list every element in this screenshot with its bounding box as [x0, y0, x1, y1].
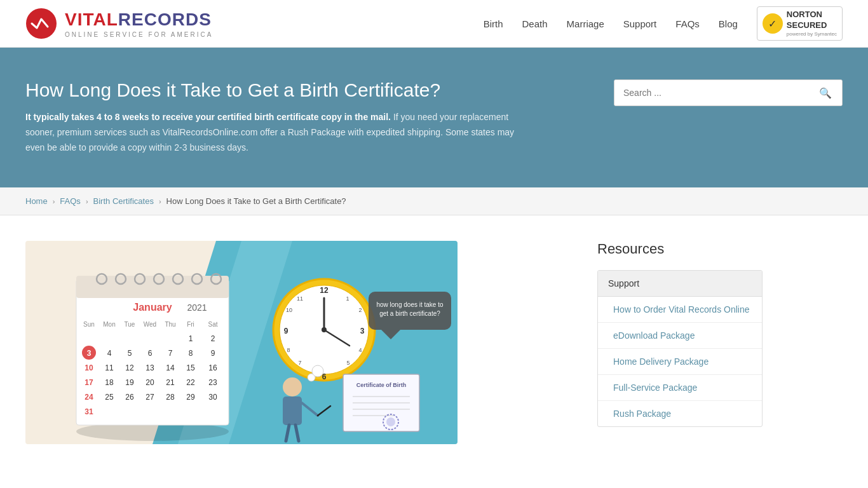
svg-text:9: 9: [211, 349, 215, 358]
logo-subtitle: ONLINE SERVICE FOR AMERICA: [65, 31, 213, 38]
breadcrumb-sep-2: ›: [86, 198, 88, 205]
resources-link-home-delivery[interactable]: Home Delivery Package: [598, 349, 762, 375]
svg-text:Mon: Mon: [103, 321, 115, 328]
svg-text:Tue: Tue: [125, 321, 135, 328]
resources-link-rush[interactable]: Rush Package: [598, 401, 762, 426]
svg-text:2: 2: [358, 307, 362, 313]
resources-link-edownload[interactable]: eDownload Package: [598, 323, 762, 349]
norton-check-icon: ✓: [763, 13, 783, 34]
svg-text:get a birth certificate?: get a birth certificate?: [379, 310, 440, 317]
svg-rect-6: [76, 276, 229, 298]
svg-text:1: 1: [189, 334, 193, 343]
svg-text:3: 3: [360, 327, 365, 336]
svg-text:4: 4: [107, 349, 112, 358]
svg-text:23: 23: [208, 378, 217, 387]
resources-title: Resources: [597, 241, 763, 257]
svg-text:7: 7: [168, 349, 173, 358]
svg-text:10: 10: [286, 307, 292, 313]
svg-text:26: 26: [125, 393, 134, 402]
hero-section: How Long Does it Take to Get a Birth Cer…: [0, 48, 868, 187]
site-header: VITALRECORDS ONLINE SERVICE FOR AMERICA …: [0, 0, 868, 48]
svg-point-91: [312, 365, 323, 377]
norton-symantec-label: powered by Symantec: [787, 31, 837, 37]
breadcrumb-home[interactable]: Home: [25, 196, 48, 206]
svg-text:1: 1: [346, 295, 349, 302]
svg-text:28: 28: [166, 393, 175, 402]
svg-rect-5: [76, 279, 229, 425]
nav-marriage[interactable]: Marriage: [567, 18, 604, 29]
main-content: January 2021 Sun Mon Tue Wed Thu Fri Sat…: [0, 215, 868, 471]
svg-text:how long does it take to: how long does it take to: [376, 301, 444, 308]
article-illustration: January 2021 Sun Mon Tue Wed Thu Fri Sat…: [25, 241, 458, 444]
svg-text:11: 11: [105, 363, 114, 372]
svg-text:Certificate of Birth: Certificate of Birth: [356, 382, 407, 388]
resources-section: Support How to Order Vital Records Onlin…: [597, 270, 763, 427]
resources-link-order[interactable]: How to Order Vital Records Online: [598, 297, 762, 323]
search-box: 🔍: [614, 79, 843, 106]
resources-link-full-service[interactable]: Full-Service Package: [598, 375, 762, 401]
svg-text:8: 8: [189, 349, 193, 358]
svg-text:2: 2: [211, 334, 215, 343]
svg-text:31: 31: [85, 407, 93, 416]
svg-rect-77: [283, 396, 302, 425]
svg-text:22: 22: [186, 378, 195, 387]
svg-text:4: 4: [358, 347, 362, 353]
norton-badge: ✓ NORTONSECURED powered by Symantec: [757, 6, 843, 41]
svg-text:27: 27: [146, 393, 154, 402]
breadcrumb-faqs[interactable]: FAQs: [60, 196, 81, 206]
svg-text:8: 8: [287, 347, 290, 353]
svg-point-0: [26, 8, 57, 39]
nav-support[interactable]: Support: [623, 18, 657, 29]
search-wrapper: 🔍: [614, 79, 843, 106]
svg-text:18: 18: [105, 378, 114, 387]
svg-text:29: 29: [186, 393, 195, 402]
svg-text:6: 6: [148, 349, 153, 358]
hero-body: It typically takes 4 to 8 weeks to recei…: [25, 110, 515, 155]
svg-text:11: 11: [297, 295, 303, 302]
norton-secured-label: NORTONSECURED: [787, 10, 837, 31]
breadcrumb-sep-1: ›: [53, 198, 55, 205]
svg-text:24: 24: [85, 393, 93, 402]
svg-point-89: [386, 417, 395, 426]
svg-text:13: 13: [146, 363, 154, 372]
resources-section-header: Support: [598, 271, 762, 297]
svg-text:10: 10: [85, 363, 93, 372]
article-area: January 2021 Sun Mon Tue Wed Thu Fri Sat…: [25, 241, 597, 446]
svg-text:17: 17: [85, 378, 93, 387]
hero-body-bold: It typically takes 4 to 8 weeks to recei…: [25, 112, 391, 122]
nav-birth[interactable]: Birth: [484, 18, 503, 29]
svg-point-71: [322, 327, 327, 332]
svg-point-76: [283, 377, 302, 396]
svg-text:20: 20: [146, 378, 154, 387]
search-input[interactable]: [614, 80, 809, 105]
article-image-wrapper: January 2021 Sun Mon Tue Wed Thu Fri Sat…: [25, 241, 458, 446]
search-button[interactable]: 🔍: [809, 80, 842, 105]
nav-death[interactable]: Death: [522, 18, 548, 29]
nav-faqs[interactable]: FAQs: [675, 18, 700, 29]
hero-title: How Long Does it Take to Get a Birth Cer…: [25, 79, 515, 101]
svg-text:Sun: Sun: [83, 321, 95, 328]
svg-text:19: 19: [125, 378, 134, 387]
svg-text:7: 7: [298, 360, 301, 366]
svg-text:14: 14: [166, 363, 175, 372]
svg-text:12: 12: [125, 363, 134, 372]
svg-text:16: 16: [208, 363, 217, 372]
main-nav: Birth Death Marriage Support FAQs Blog ✓…: [484, 6, 843, 41]
logo-records: RECORDS: [118, 10, 212, 29]
breadcrumb-bar: Home › FAQs › Birth Certificates › How L…: [0, 187, 868, 215]
svg-text:Thu: Thu: [165, 321, 175, 328]
logo-icon: [25, 8, 57, 39]
svg-text:Fri: Fri: [187, 321, 194, 328]
svg-text:3: 3: [87, 349, 92, 358]
nav-blog[interactable]: Blog: [719, 18, 738, 29]
logo-text: VITALRECORDS ONLINE SERVICE FOR AMERICA: [65, 10, 213, 38]
svg-text:Sat: Sat: [208, 321, 217, 328]
svg-text:25: 25: [105, 393, 114, 402]
svg-text:January: January: [133, 302, 172, 313]
breadcrumb-sep-3: ›: [159, 198, 161, 205]
sidebar: Resources Support How to Order Vital Rec…: [597, 241, 763, 446]
logo: VITALRECORDS ONLINE SERVICE FOR AMERICA: [25, 8, 213, 39]
breadcrumb: Home › FAQs › Birth Certificates › How L…: [25, 196, 843, 206]
breadcrumb-birth-certs[interactable]: Birth Certificates: [93, 196, 154, 206]
svg-text:9: 9: [284, 327, 288, 336]
